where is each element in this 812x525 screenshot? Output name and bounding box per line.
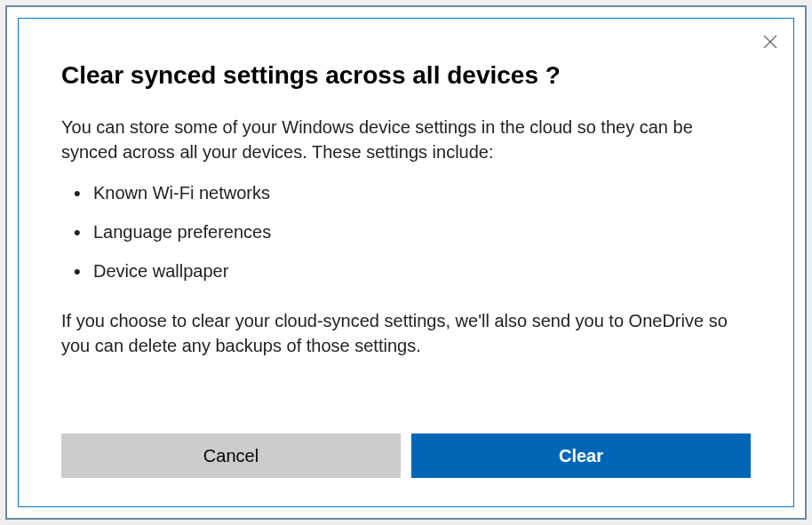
list-item: Device wallpaper <box>74 259 751 283</box>
confirm-dialog: Clear synced settings across all devices… <box>18 18 794 507</box>
window-frame: Clear synced settings across all devices… <box>5 5 807 520</box>
settings-list: Known Wi-Fi networks Language preference… <box>61 180 751 283</box>
dialog-intro-text: You can store some of your Windows devic… <box>61 115 751 164</box>
close-icon <box>763 35 777 49</box>
dialog-body: You can store some of your Windows devic… <box>61 115 751 412</box>
list-item: Language preferences <box>74 219 751 244</box>
list-item: Known Wi-Fi networks <box>74 180 751 205</box>
cancel-button[interactable]: Cancel <box>61 434 401 478</box>
clear-button[interactable]: Clear <box>411 434 751 478</box>
close-button[interactable] <box>760 31 781 52</box>
dialog-footer-text: If you choose to clear your cloud-synced… <box>61 308 751 358</box>
button-row: Cancel Clear <box>61 434 751 478</box>
dialog-title: Clear synced settings across all devices… <box>61 61 751 90</box>
